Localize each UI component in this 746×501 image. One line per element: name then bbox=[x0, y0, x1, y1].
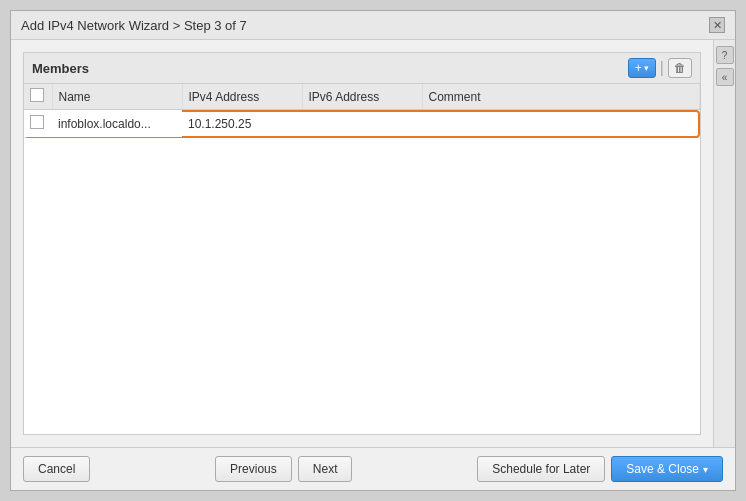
main-content: Members + ▾ | 🗑 bbox=[11, 40, 713, 447]
trash-icon: 🗑 bbox=[674, 61, 686, 75]
help-icon: ? bbox=[722, 50, 728, 61]
table-header: Name IPv4 Address IPv6 Address Comment bbox=[24, 84, 700, 110]
row-cell-comment bbox=[422, 110, 700, 138]
side-panel: ? « bbox=[713, 40, 735, 447]
row-cell-ipv6 bbox=[302, 110, 422, 138]
table-container: Name IPv4 Address IPv6 Address Comment bbox=[24, 84, 700, 434]
add-icon: + bbox=[635, 61, 642, 75]
previous-button[interactable]: Previous bbox=[215, 456, 292, 482]
help-button[interactable]: ? bbox=[716, 46, 734, 64]
title-bar: Add IPv4 Network Wizard > Step 3 of 7 ✕ bbox=[11, 11, 735, 40]
col-name: Name bbox=[52, 84, 182, 110]
next-button[interactable]: Next bbox=[298, 456, 353, 482]
collapse-icon: « bbox=[722, 72, 728, 83]
members-toolbar: + ▾ | 🗑 bbox=[628, 58, 692, 78]
row-cell-name: infoblox.localdo... bbox=[52, 110, 182, 138]
add-arrow-icon: ▾ bbox=[644, 63, 649, 73]
delete-button[interactable]: 🗑 bbox=[668, 58, 692, 78]
row-cell-checkbox bbox=[24, 110, 52, 138]
schedule-button[interactable]: Schedule for Later bbox=[477, 456, 605, 482]
dialog-title: Add IPv4 Network Wizard > Step 3 of 7 bbox=[21, 18, 247, 33]
members-title: Members bbox=[32, 61, 89, 76]
members-table: Name IPv4 Address IPv6 Address Comment bbox=[24, 84, 700, 138]
dialog: Add IPv4 Network Wizard > Step 3 of 7 ✕ … bbox=[10, 10, 736, 491]
row-cell-ipv4: 10.1.250.25 bbox=[182, 110, 302, 138]
members-header: Members + ▾ | 🗑 bbox=[24, 53, 700, 84]
header-checkbox[interactable] bbox=[30, 88, 44, 102]
footer-center: Previous Next bbox=[215, 456, 352, 482]
toolbar-separator: | bbox=[660, 59, 664, 77]
table-row[interactable]: infoblox.localdo... 10.1.250.25 bbox=[24, 110, 700, 138]
save-close-button[interactable]: Save & Close ▾ bbox=[611, 456, 723, 482]
footer: Cancel Previous Next Schedule for Later … bbox=[11, 447, 735, 490]
dialog-body: Members + ▾ | 🗑 bbox=[11, 40, 735, 447]
col-comment: Comment bbox=[422, 84, 700, 110]
row-checkbox[interactable] bbox=[30, 115, 44, 129]
footer-right: Schedule for Later Save & Close ▾ bbox=[477, 456, 723, 482]
add-button[interactable]: + ▾ bbox=[628, 58, 656, 78]
col-ipv6: IPv6 Address bbox=[302, 84, 422, 110]
close-button[interactable]: ✕ bbox=[709, 17, 725, 33]
members-panel: Members + ▾ | 🗑 bbox=[23, 52, 701, 435]
save-arrow-icon: ▾ bbox=[703, 464, 708, 475]
col-checkbox bbox=[24, 84, 52, 110]
footer-left: Cancel bbox=[23, 456, 90, 482]
collapse-button[interactable]: « bbox=[716, 68, 734, 86]
col-ipv4: IPv4 Address bbox=[182, 84, 302, 110]
table-body: infoblox.localdo... 10.1.250.25 bbox=[24, 110, 700, 138]
cancel-button[interactable]: Cancel bbox=[23, 456, 90, 482]
